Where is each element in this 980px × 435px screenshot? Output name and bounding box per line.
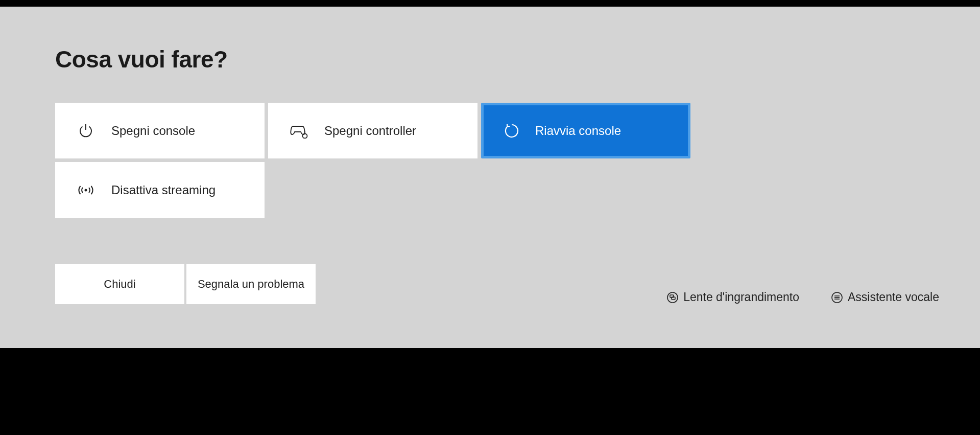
- streaming-icon: [75, 184, 97, 196]
- svg-point-3: [85, 189, 87, 191]
- tile-label: Riavvia console: [535, 124, 621, 138]
- shortcut-label: Assistente vocale: [848, 290, 939, 304]
- tile-power-off-controller[interactable]: Spegni controller: [268, 103, 477, 158]
- tile-restart-console[interactable]: Riavvia console: [481, 103, 690, 158]
- view-button-icon: [666, 291, 679, 304]
- bottom-bar: [0, 348, 980, 435]
- svg-rect-6: [672, 297, 675, 300]
- tile-label: Disattiva streaming: [111, 183, 216, 197]
- page-title: Cosa vuoi fare?: [55, 45, 925, 73]
- power-icon: [75, 123, 97, 139]
- tiles-grid: Spegni console Spegni controller Riav: [55, 103, 925, 218]
- shortcut-label: Lente d'ingrandimento: [683, 290, 799, 304]
- power-menu-panel: Cosa vuoi fare? Spegni console Spegni c: [0, 7, 980, 348]
- narrator-shortcut[interactable]: Assistente vocale: [831, 290, 939, 304]
- tile-power-off-console[interactable]: Spegni console: [55, 103, 265, 158]
- bottom-actions: Chiudi Segnala un problema: [55, 264, 316, 304]
- tile-label: Spegni console: [111, 124, 195, 138]
- tile-disable-streaming[interactable]: Disattiva streaming: [55, 162, 265, 218]
- top-bar: [0, 0, 980, 7]
- action-label: Chiudi: [104, 278, 135, 291]
- report-problem-button[interactable]: Segnala un problema: [186, 264, 316, 304]
- menu-button-icon: [831, 291, 843, 304]
- tile-label: Spegni controller: [324, 124, 416, 138]
- controller-power-icon: [288, 123, 310, 139]
- action-label: Segnala un problema: [198, 278, 304, 291]
- shortcuts-bar: Lente d'ingrandimento Assistente vocale: [666, 290, 939, 304]
- magnifier-shortcut[interactable]: Lente d'ingrandimento: [666, 290, 799, 304]
- close-button[interactable]: Chiudi: [55, 264, 184, 304]
- restart-icon: [500, 123, 523, 139]
